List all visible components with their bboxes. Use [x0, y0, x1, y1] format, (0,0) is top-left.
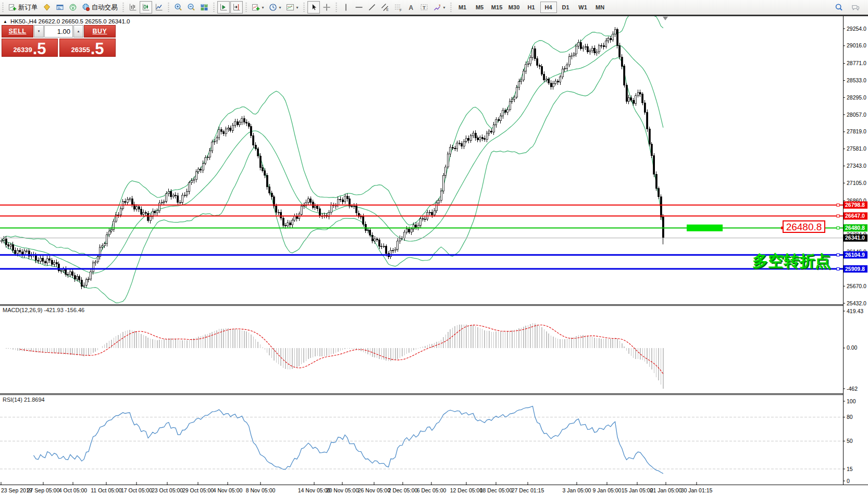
svg-text:12 Dec 05:00: 12 Dec 05:00 — [450, 487, 483, 493]
toolbar-group — [216, 1, 244, 14]
timeframe-m5-button[interactable]: M5 — [472, 2, 488, 13]
buy-price-main: 26355 — [71, 46, 90, 54]
text-button[interactable]: A — [405, 1, 417, 14]
svg-text:29254.0: 29254.0 — [847, 26, 866, 32]
chart-shift-button[interactable] — [230, 1, 243, 14]
auto-scroll-button[interactable] — [217, 1, 230, 14]
text-label-button[interactable]: T — [418, 1, 430, 14]
periods-button[interactable]: ▾ — [267, 1, 283, 14]
cursor-icon — [309, 3, 318, 11]
templates-icon — [286, 3, 294, 11]
bar-chart-button[interactable] — [127, 1, 139, 14]
timeframe-h1-button[interactable]: H1 — [523, 2, 540, 13]
buy-price-display[interactable]: 26355 .5 — [59, 39, 116, 57]
tile-windows-icon — [200, 3, 208, 11]
svg-text:E: E — [386, 8, 389, 11]
rsi-indicator-label: RSI(14) 21.8694 — [3, 397, 45, 403]
market-watch-button[interactable] — [54, 1, 66, 14]
chart-canvas[interactable]: 29254.029016.028771.028533.028295.028057… — [0, 16, 868, 495]
indicators-button[interactable]: ▾ — [250, 1, 266, 14]
toolbar-grip — [213, 2, 215, 13]
timeframe-h4-button[interactable]: H4 — [540, 2, 557, 13]
svg-text:9 Jan 05:00: 9 Jan 05:00 — [593, 487, 622, 493]
arrows-button[interactable]: ▾ — [431, 1, 448, 14]
autotrading-button[interactable]: 自动交易 — [80, 1, 120, 14]
templates-button[interactable]: ▾ — [284, 1, 301, 14]
crosshair-button[interactable] — [320, 1, 333, 14]
quotes-button[interactable] — [41, 1, 53, 14]
toolbar-group: 新订单自动交易 — [5, 1, 121, 14]
buy-button[interactable]: BUY — [84, 25, 116, 38]
svg-text:26341.0: 26341.0 — [845, 234, 865, 241]
dropdown-caret-icon: ▾ — [262, 5, 264, 10]
trendline-button[interactable] — [366, 1, 378, 14]
price-callout[interactable]: 26480.8 — [781, 221, 825, 232]
timeframe-d1-button[interactable]: D1 — [557, 2, 574, 13]
dropdown-caret-icon: ▾ — [279, 5, 281, 10]
svg-text:4 Oct 05:00: 4 Oct 05:00 — [59, 487, 87, 493]
button-label: 自动交易 — [92, 3, 118, 12]
svg-text:-462: -462 — [847, 386, 858, 392]
volume-decrease-button[interactable]: ▼ — [34, 25, 44, 38]
line-chart-button[interactable] — [153, 1, 165, 14]
sell-button[interactable]: SELL — [2, 25, 33, 38]
timeframe-mn-button[interactable]: MN — [592, 2, 609, 13]
svg-text:25909.8: 25909.8 — [845, 266, 865, 272]
svg-text:27105.0: 27105.0 — [847, 180, 866, 186]
svg-text:28771.0: 28771.0 — [847, 60, 866, 66]
svg-text:26647.0: 26647.0 — [845, 213, 865, 219]
tile-windows-button[interactable] — [198, 1, 210, 14]
zoom-in-button[interactable] — [172, 1, 184, 14]
candlestick-chart-icon — [142, 3, 150, 11]
macd-indicator-label: MACD(12,26,9) -421.93 -156.46 — [3, 307, 84, 313]
data-feed-button[interactable] — [67, 1, 79, 14]
timeframe-m1-button[interactable]: M1 — [454, 2, 471, 13]
community-icon — [851, 3, 860, 11]
svg-text:26 Nov 05:00: 26 Nov 05:00 — [358, 487, 391, 493]
fibonacci-button[interactable]: F — [392, 1, 404, 14]
equidistant-channel-icon: E — [381, 3, 389, 11]
svg-text:100: 100 — [847, 398, 856, 404]
sell-price-display[interactable]: 26339 .5 — [2, 39, 58, 57]
search-button[interactable] — [833, 1, 845, 14]
button-label: 新订单 — [18, 3, 38, 12]
horizontal-line-button[interactable] — [353, 1, 365, 14]
zoom-out-button[interactable] — [185, 1, 197, 14]
cursor-button[interactable] — [307, 1, 320, 14]
equidistant-channel-button[interactable]: E — [379, 1, 391, 14]
svg-text:20 Nov 05:00: 20 Nov 05:00 — [326, 487, 359, 493]
annotation-text[interactable]: 多空转折点多空转折点 — [752, 252, 832, 271]
search-icon — [835, 3, 843, 11]
svg-text:15: 15 — [847, 466, 853, 472]
vertical-line-button[interactable] — [340, 1, 352, 14]
trendline-icon — [368, 3, 376, 11]
chart-shift-icon — [232, 3, 241, 11]
horizontal-line-icon — [355, 3, 363, 11]
svg-text:28057.0: 28057.0 — [847, 112, 866, 118]
toolbar-grip — [450, 2, 452, 13]
toolbar-grip — [335, 2, 338, 13]
new-order-button[interactable]: 新订单 — [6, 1, 40, 14]
svg-text:6 Dec 05:00: 6 Dec 05:00 — [417, 487, 447, 493]
community-button[interactable] — [849, 1, 862, 14]
svg-text:8 Nov 05:00: 8 Nov 05:00 — [246, 487, 276, 493]
highlight-segment[interactable] — [687, 225, 723, 231]
volume-input[interactable] — [44, 25, 73, 38]
quotes-icon — [43, 3, 51, 11]
timeframe-w1-button[interactable]: W1 — [575, 2, 591, 13]
svg-text:80: 80 — [847, 414, 853, 420]
collapse-triangle-icon[interactable]: ▲ — [3, 19, 7, 24]
timeframe-m15-button[interactable]: M15 — [489, 2, 505, 13]
svg-text:28533.0: 28533.0 — [847, 77, 866, 83]
svg-text:26480.8: 26480.8 — [786, 221, 822, 232]
svg-text:26104.9: 26104.9 — [845, 252, 865, 258]
chart-header: ▲ HK50-,H4 26622.0 26650.5 26255.0 26341… — [3, 18, 130, 24]
svg-text:26798.8: 26798.8 — [845, 202, 865, 208]
volume-increase-button[interactable]: ▲ — [73, 25, 83, 38]
one-click-trading-panel: SELL ▼ ▲ BUY 26339 .5 26355 .5 — [2, 25, 116, 57]
timeframe-m30-button[interactable]: M30 — [506, 2, 523, 13]
svg-text:419.43: 419.43 — [847, 308, 863, 314]
svg-text:28295.0: 28295.0 — [847, 94, 866, 101]
svg-text:2 Dec 05:00: 2 Dec 05:00 — [388, 487, 418, 493]
candlestick-chart-button[interactable] — [140, 1, 152, 14]
